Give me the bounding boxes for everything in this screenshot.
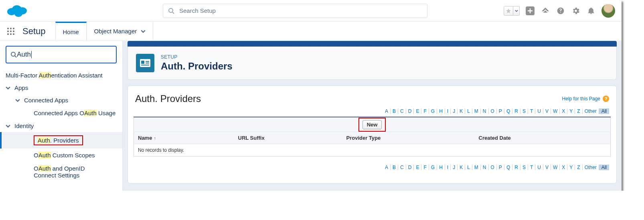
alpha-filter-j[interactable]: J	[451, 108, 458, 114]
new-button[interactable]: New	[363, 120, 382, 129]
help-for-page-link[interactable]: Help for this Page ?	[562, 96, 609, 102]
sidebar-item-auth-providers[interactable]: Auth. Providers	[0, 132, 122, 149]
records-table: New Name↑ URL Suffix Provider Type Creat…	[134, 116, 611, 157]
search-icon	[10, 51, 17, 58]
alpha-filter-b[interactable]: B	[391, 108, 398, 114]
user-avatar[interactable]	[601, 4, 615, 18]
alpha-filter-e[interactable]: E	[414, 165, 421, 170]
alpha-filter-y[interactable]: Y	[567, 165, 575, 170]
alpha-filter-y[interactable]: Y	[567, 108, 575, 114]
sidebar-group-apps[interactable]: Apps	[0, 81, 122, 94]
alpha-filter-a[interactable]: A	[383, 165, 391, 170]
column-header-name[interactable]: Name↑	[134, 132, 234, 144]
alpha-filter-w[interactable]: W	[551, 108, 560, 114]
alpha-filter-m[interactable]: M	[472, 108, 481, 114]
alpha-filter-g[interactable]: G	[429, 165, 437, 170]
svg-point-7	[7, 28, 9, 29]
tab-home[interactable]: Home	[55, 22, 87, 41]
header-pattern	[128, 41, 617, 47]
svg-point-11	[10, 31, 12, 32]
sidebar-group-identity[interactable]: Identity	[0, 120, 122, 132]
alpha-filter-r[interactable]: R	[512, 165, 520, 170]
column-header-url-suffix[interactable]: URL Suffix	[234, 132, 342, 144]
main-content: SETUP Auth. Providers Auth. Providers He…	[123, 41, 622, 191]
search-icon	[168, 8, 174, 14]
chevron-down-icon	[141, 29, 146, 34]
alpha-filter-k[interactable]: K	[458, 165, 465, 170]
alpha-filter-n[interactable]: N	[481, 165, 489, 170]
alpha-filter-x[interactable]: X	[560, 108, 567, 114]
alpha-filter-o[interactable]: O	[489, 108, 497, 114]
alpha-filter-s[interactable]: S	[520, 108, 528, 114]
column-header-provider-type[interactable]: Provider Type	[342, 132, 475, 144]
chevron-down-icon	[515, 9, 518, 12]
alpha-filter-z[interactable]: Z	[575, 165, 582, 170]
alpha-filter-q[interactable]: Q	[504, 108, 512, 114]
sidebar-item-oauth-custom-scopes[interactable]: OAuth Custom Scopes	[0, 149, 122, 162]
alpha-filter-a[interactable]: A	[383, 108, 391, 114]
alpha-filter-o[interactable]: O	[489, 165, 497, 170]
alpha-filter-f[interactable]: F	[421, 108, 429, 114]
sidebar-item-connected-apps-oauth-usage[interactable]: Connected Apps OAuth Usage	[0, 106, 122, 120]
global-search-input[interactable]	[179, 7, 422, 14]
help-icon[interactable]	[556, 6, 565, 16]
alpha-filter-z[interactable]: Z	[575, 108, 582, 114]
alpha-filter-i[interactable]: I	[445, 108, 451, 114]
alpha-filter-t[interactable]: T	[528, 108, 535, 114]
alpha-filter-v[interactable]: V	[543, 108, 551, 114]
alpha-filter-q[interactable]: Q	[504, 165, 512, 170]
alpha-filter-h[interactable]: H	[437, 165, 445, 170]
tab-object-manager-label: Object Manager	[94, 28, 137, 35]
alpha-filter-c[interactable]: C	[398, 108, 406, 114]
alpha-filter-k[interactable]: K	[458, 108, 465, 114]
alpha-filter-p[interactable]: P	[497, 165, 504, 170]
alpha-filter-l[interactable]: L	[465, 165, 472, 170]
alpha-filter-x[interactable]: X	[560, 165, 567, 170]
alpha-filter-v[interactable]: V	[543, 165, 551, 170]
favorites-menu[interactable]	[504, 6, 520, 16]
alpha-filter-b[interactable]: B	[391, 165, 398, 170]
alpha-filter-all[interactable]: All	[599, 165, 609, 170]
breadcrumb: SETUP	[161, 54, 233, 60]
alpha-filter-other[interactable]: Other	[583, 108, 599, 114]
alpha-filter-g[interactable]: G	[429, 108, 437, 114]
notifications-icon[interactable]	[586, 6, 596, 16]
sidebar-item-oauth-openid-settings[interactable]: OAuth and OpenID Connect Settings	[0, 162, 122, 182]
alpha-filter-d[interactable]: D	[406, 165, 414, 170]
alpha-filter-i[interactable]: I	[445, 165, 451, 170]
alpha-filter-l[interactable]: L	[465, 108, 472, 114]
page-header: SETUP Auth. Providers	[128, 47, 617, 80]
alpha-filter-f[interactable]: F	[421, 165, 429, 170]
alpha-filter-r[interactable]: R	[512, 108, 520, 114]
alpha-filter-n[interactable]: N	[481, 108, 489, 114]
alpha-filter-d[interactable]: D	[406, 108, 414, 114]
global-search[interactable]	[163, 4, 427, 18]
tab-object-manager[interactable]: Object Manager	[87, 22, 154, 41]
svg-point-12	[13, 31, 14, 32]
alpha-filter-s[interactable]: S	[520, 165, 528, 170]
alpha-filter-u[interactable]: U	[535, 165, 543, 170]
alpha-filter-w[interactable]: W	[551, 165, 560, 170]
alpha-filter-j[interactable]: J	[451, 165, 458, 170]
sidebar-group-connected-apps[interactable]: Connected Apps	[0, 94, 122, 106]
alpha-filter-e[interactable]: E	[414, 108, 421, 114]
quick-find-value: Auth	[17, 51, 31, 59]
svg-point-4	[169, 8, 173, 12]
alpha-filter-m[interactable]: M	[472, 165, 481, 170]
alpha-filter-all[interactable]: All	[599, 108, 609, 114]
svg-rect-20	[146, 61, 149, 62]
alpha-filter-other[interactable]: Other	[583, 165, 599, 170]
alpha-filter-t[interactable]: T	[528, 165, 535, 170]
alpha-filter-p[interactable]: P	[497, 108, 504, 114]
column-header-created-date[interactable]: Created Date	[475, 132, 611, 144]
app-launcher-icon[interactable]	[5, 22, 17, 41]
salesforce-help-icon[interactable]	[541, 6, 550, 16]
alpha-filter-u[interactable]: U	[535, 108, 543, 114]
list-view: Auth. Providers Help for this Page ? ABC…	[128, 86, 617, 183]
quick-find-input[interactable]: Auth	[6, 46, 117, 63]
alpha-filter-c[interactable]: C	[398, 165, 406, 170]
alpha-filter-h[interactable]: H	[437, 108, 445, 114]
settings-icon[interactable]	[571, 6, 581, 16]
create-button[interactable]	[525, 6, 535, 16]
sidebar-item-mfa-assistant[interactable]: Multi-Factor Authentication Assistant	[0, 69, 122, 81]
